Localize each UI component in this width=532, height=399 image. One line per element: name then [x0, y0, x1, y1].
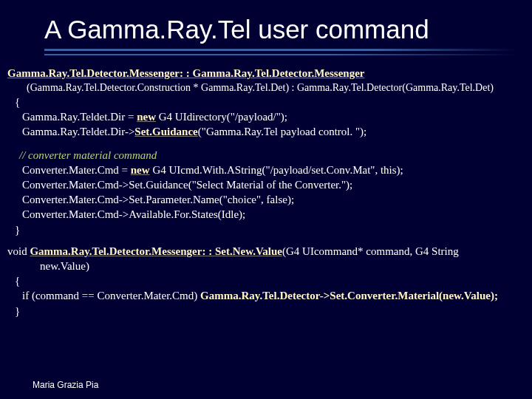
fn-setnewvalue-decl: void Gamma.Ray.Tel.Detector.Messenger: :… [7, 245, 525, 259]
comment-converter: // converter material command [7, 149, 525, 163]
fn2-post: (G4 UIcommand* command, G4 String [282, 245, 459, 257]
dir1-pre: Gamma.Ray.Teldet.Dir = [22, 111, 137, 123]
close-brace: } [7, 223, 525, 237]
dir1-post: G4 UIdirectory("/payload/"); [156, 111, 287, 123]
conv-line-3: Converter.Mater.Cmd->Set.Parameter.Name(… [7, 193, 525, 207]
conv-line-4: Converter.Mater.Cmd->Available.For.State… [7, 208, 525, 222]
open-brace: { [7, 95, 525, 109]
conv-line-2: Converter.Mater.Cmd->Set.Guidance("Selec… [7, 178, 525, 192]
fn2-body-bold: Gamma.Ray.Tel.Detector->Set.Converter.Ma… [200, 290, 498, 301]
slide: A Gamma.Ray.Tel user command Gamma.Ray.T… [0, 0, 532, 399]
close-brace-2: } [7, 304, 525, 318]
slide-title: A Gamma.Ray.Tel user command [44, 15, 532, 44]
conv1-bold: new [131, 164, 150, 176]
fn2-bold: Gamma.Ray.Tel.Detector.Messenger: : Set.… [30, 245, 282, 257]
line-dir-new: Gamma.Ray.Teldet.Dir = new G4 UIdirector… [7, 110, 525, 124]
dir2-post: ("Gamma.Ray.Tel payload control. "); [198, 126, 367, 137]
conv1-pre: Converter.Mater.Cmd = [22, 164, 131, 176]
divider-top [44, 49, 517, 51]
conv-line-1: Converter.Mater.Cmd = new G4 UIcmd.With.… [7, 163, 525, 177]
title-area: A Gamma.Ray.Tel user command [0, 0, 532, 55]
spacer-2 [7, 238, 525, 244]
fn2-pre: void [7, 245, 30, 257]
spacer [7, 140, 525, 148]
code-body: Gamma.Ray.Tel.Detector.Messenger: : Gamm… [0, 55, 532, 318]
dir2-bold: Set.Guidance [134, 126, 197, 137]
dir1-bold: new [137, 111, 156, 123]
line-dir-guidance: Gamma.Ray.Teldet.Dir->Set.Guidance("Gamm… [7, 125, 525, 139]
ctor-params: (Gamma.Ray.Tel.Detector.Construction * G… [7, 81, 525, 95]
ctor-decl-text: Gamma.Ray.Tel.Detector.Messenger: : Gamm… [7, 67, 365, 79]
fn2-body: if (command == Converter.Mater.Cmd) Gamm… [7, 289, 525, 303]
conv1-post: G4 UIcmd.With.AString("/payload/set.Conv… [150, 164, 403, 176]
dir2-pre: Gamma.Ray.Teldet.Dir-> [22, 126, 134, 137]
fn2-body-pre: if (command == Converter.Mater.Cmd) [22, 290, 200, 301]
open-brace-2: { [7, 274, 525, 288]
footer-author: Maria Grazia Pia [33, 380, 98, 390]
ctor-decl: Gamma.Ray.Tel.Detector.Messenger: : Gamm… [7, 66, 525, 81]
fn2-continuation: new.Value) [7, 259, 525, 273]
